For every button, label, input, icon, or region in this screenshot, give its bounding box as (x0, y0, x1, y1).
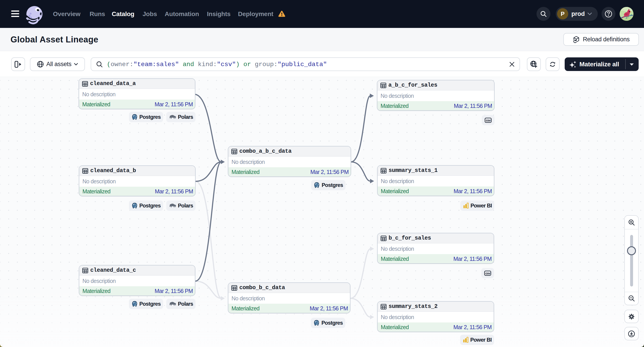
svg-text:csv: csv (485, 271, 490, 275)
svg-text:csv: csv (486, 118, 491, 122)
